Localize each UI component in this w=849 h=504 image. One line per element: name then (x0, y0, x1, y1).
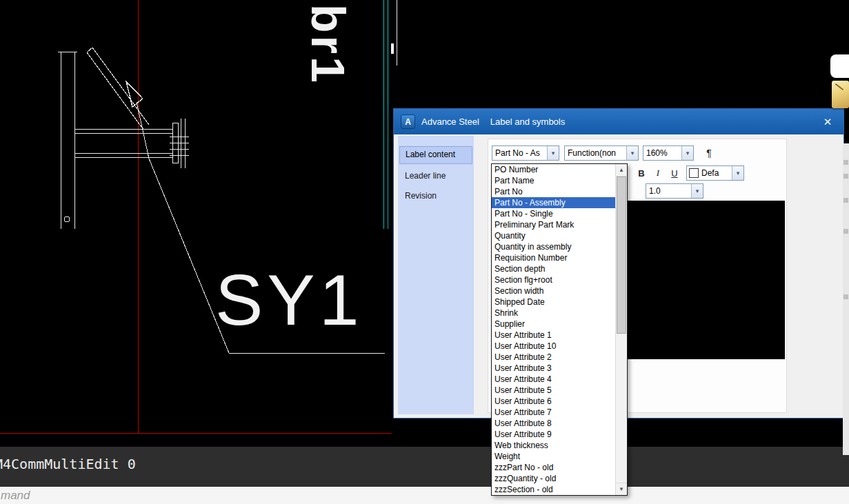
dropdown-option[interactable]: User Attribute 9 (492, 429, 615, 440)
chevron-down-icon[interactable]: ▾ (681, 146, 693, 160)
dropdown-option[interactable]: User Attribute 8 (492, 418, 615, 429)
dropdown-option[interactable]: Supplier (492, 319, 615, 330)
chevron-down-icon[interactable]: ▾ (547, 146, 559, 160)
text-color-combo-value: Defa (699, 168, 732, 178)
dropdown-option[interactable]: zzzQuantity - old (492, 473, 615, 484)
dialog-title: Label and symbols (490, 117, 565, 127)
advance-steel-logo-icon: A (401, 114, 415, 129)
palette-mark-icon (843, 198, 848, 203)
dialog-nav: Label contentLeader lineRevision (398, 136, 474, 414)
dropdown-option[interactable]: Part No - Assembly (492, 197, 615, 208)
dropdown-option[interactable]: Part Name (492, 175, 615, 186)
dialog-titlebar[interactable]: A Advance Steel Label and symbols ✕ (394, 109, 843, 134)
dropdown-option[interactable]: User Attribute 4 (492, 374, 615, 385)
scale-combo[interactable]: 1.0 ▾ (646, 183, 703, 199)
dropdown-list-items: PO NumberPart NamePart NoPart No - Assem… (492, 164, 615, 495)
nav-item-label-content[interactable]: Label content (399, 146, 472, 164)
dropdown-scrollbar[interactable]: ▲ ▼ (615, 164, 627, 495)
command-input[interactable]: mand (0, 487, 849, 504)
palette-mark-icon (843, 294, 848, 299)
cad-label-beam-mark: br1 (301, 4, 355, 118)
dropdown-option[interactable]: User Attribute 2 (492, 352, 615, 363)
close-icon[interactable]: ✕ (819, 116, 837, 128)
text-color-combo[interactable]: Defa ▾ (686, 165, 744, 181)
scale-combo-value: 1.0 (646, 186, 691, 196)
label-content-combo-value: Part No - As (492, 148, 547, 158)
function-filter-combo-value: Function(non (565, 148, 626, 158)
dropdown-option[interactable]: Section width (492, 285, 615, 296)
dropdown-option[interactable]: Preliminary Part Mark (492, 219, 615, 230)
dropdown-list: PO NumberPart NamePart NoPart No - Assem… (491, 163, 628, 496)
text-size-combo-value: 160% (643, 148, 681, 158)
command-history-line: M4CommMultiEdit 0 (0, 447, 136, 472)
palette-mark-icon (843, 174, 848, 179)
dropdown-option[interactable]: User Attribute 1 (492, 330, 615, 341)
side-palette-strip[interactable] (843, 143, 849, 455)
dropdown-option[interactable]: Quantity in assembly (492, 241, 615, 252)
dropdown-option[interactable]: Quantity (492, 230, 615, 241)
dropdown-option[interactable]: Section flg+root (492, 274, 615, 285)
nav-item-leader-line[interactable]: Leader line (399, 168, 472, 184)
dropdown-option[interactable]: Shrink (492, 308, 615, 319)
underline-button[interactable]: U (667, 165, 682, 181)
dropdown-option[interactable]: zzzPart No - old (492, 462, 615, 473)
chevron-down-icon[interactable]: ▾ (732, 166, 743, 180)
pilcrow-toggle-icon[interactable]: ¶ (702, 146, 716, 160)
dialog-title-app: Advance Steel (421, 117, 479, 127)
dropdown-option[interactable]: User Attribute 6 (492, 396, 615, 407)
dropdown-option[interactable]: User Attribute 5 (492, 385, 615, 396)
chevron-down-icon[interactable]: ▾ (691, 184, 703, 198)
label-content-combo[interactable]: Part No - As ▾ (492, 145, 559, 161)
text-size-combo[interactable]: 160% ▾ (643, 145, 694, 161)
palette-mark-icon (843, 229, 848, 234)
chevron-down-icon[interactable]: ▾ (626, 146, 638, 160)
floating-panel-button[interactable] (830, 54, 849, 78)
color-swatch-icon (689, 168, 699, 178)
dropdown-option[interactable]: User Attribute 3 (492, 363, 615, 374)
function-filter-combo[interactable]: Function(non ▾ (564, 145, 639, 161)
italic-button[interactable]: I (650, 165, 666, 181)
dropdown-option[interactable]: Shipped Date (492, 296, 615, 308)
scroll-up-icon[interactable]: ▲ (616, 164, 627, 177)
dropdown-option[interactable]: User Attribute 7 (492, 407, 615, 418)
scroll-down-icon[interactable]: ▼ (616, 483, 627, 495)
bold-button[interactable]: B (634, 165, 649, 181)
palette-mark-icon (843, 160, 848, 165)
dropdown-option[interactable]: PO Number (492, 164, 615, 175)
dropdown-option[interactable]: Part No - Single (492, 208, 615, 219)
dropdown-option[interactable]: Requisition Number (492, 252, 615, 263)
dropdown-option[interactable]: Weight (492, 451, 615, 462)
nav-item-revision[interactable]: Revision (399, 188, 472, 204)
dropdown-option[interactable]: zzzSection - old (492, 484, 615, 495)
dropdown-option[interactable]: Part No (492, 186, 615, 197)
app-window: br1 SY1 M4CommMultiEdit 0 mand A Advance… (0, 0, 849, 504)
dropdown-option[interactable]: User Attribute 10 (492, 341, 615, 352)
dropdown-option[interactable]: Web thickness (492, 440, 615, 451)
sticky-note-icon[interactable] (832, 81, 849, 108)
scrollbar-thumb[interactable] (617, 177, 626, 334)
cad-label-assembly-mark: SY1 (215, 259, 363, 341)
leader-arrowhead (126, 81, 143, 107)
command-input-hint: mand (1, 487, 30, 504)
label-preview-area (625, 201, 785, 359)
dropdown-option[interactable]: Section depth (492, 263, 615, 274)
command-history[interactable]: M4CommMultiEdit 0 (0, 447, 849, 487)
